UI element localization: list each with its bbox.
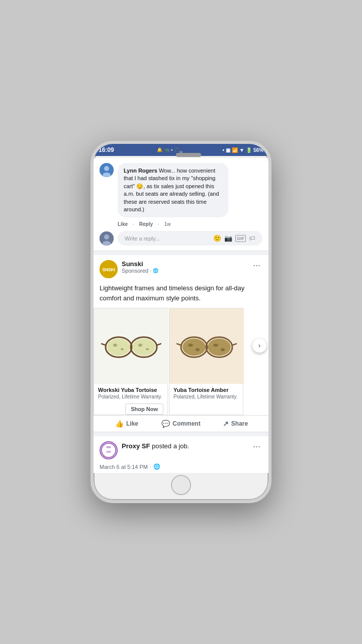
separator-dot-2: ·	[158, 221, 159, 227]
current-user-avatar	[100, 231, 114, 246]
proxy-poster-name: Proxy SF	[122, 442, 150, 450]
status-right: • ▣ 📶 ▼ 🔋 56%	[223, 147, 263, 153]
like-action[interactable]: Like	[118, 221, 128, 227]
job-post-header: PR OX Proxy SF posted a job. ···	[94, 436, 268, 462]
sticker-icon[interactable]: 🏷	[249, 234, 255, 242]
svg-point-26	[213, 344, 218, 347]
post-actions: 👍 Like 💬 Comment ↗ Share	[94, 415, 268, 432]
comment-section: Lynn Rogers Wow... how convenient that I…	[94, 158, 268, 251]
svg-point-24	[188, 344, 193, 347]
job-action-text: posted a job.	[152, 442, 189, 450]
comment-bubble: Lynn Rogers Wow... how convenient that I…	[118, 163, 228, 217]
comment-time: 1w	[164, 221, 171, 227]
like-icon: 👍	[115, 420, 124, 428]
gif-icon[interactable]: GIF	[235, 235, 246, 242]
share-label: Share	[231, 420, 248, 427]
brand-name: Sunski	[122, 260, 158, 268]
job-post: PR OX Proxy SF posted a job. ··· March 6…	[94, 436, 268, 473]
svg-text:PR: PR	[107, 446, 111, 449]
sponsored-label: Sponsored · 🌐	[122, 268, 158, 274]
sunski-avatar: SNSKІ	[100, 260, 118, 278]
product-name-1: Workski Yuba Tortoise	[98, 387, 163, 393]
svg-point-21	[208, 339, 231, 356]
product-info-2: Yuba Tortoise Amber Polarized, Lifetime …	[169, 384, 243, 403]
battery-icon: 🔋	[246, 147, 252, 153]
sunglasses-svg-2	[176, 326, 237, 366]
svg-point-25	[196, 348, 200, 351]
time-display: 16:09	[99, 146, 114, 153]
job-post-meta: Proxy SF posted a job.	[122, 441, 189, 451]
svg-point-16	[138, 344, 142, 347]
sunski-ad-post: SNSKІ Sunski Sponsored · 🌐 ··· Lightweig…	[94, 255, 268, 432]
svg-point-27	[221, 348, 225, 351]
square-icon: ▪	[171, 147, 172, 152]
reply-action[interactable]: Reply	[139, 221, 153, 227]
separator-dot: ·	[133, 221, 134, 227]
comment-row: Lynn Rogers Wow... how convenient that I…	[100, 163, 262, 217]
svg-point-17	[146, 348, 149, 350]
shop-now-button-1[interactable]: Shop Now	[125, 404, 163, 415]
svg-line-23	[232, 344, 237, 345]
more-options-button[interactable]: ···	[251, 260, 262, 271]
notification-icon: 🔔	[157, 147, 162, 152]
comment-author: Lynn Rogers	[124, 168, 157, 174]
wifi-icon: ▼	[239, 147, 244, 153]
cast-icon: ▣	[226, 147, 230, 153]
svg-point-15	[121, 348, 124, 350]
comment-text: Wow... how convenient that I had stashed…	[124, 168, 219, 212]
battery-percent: 56%	[253, 147, 263, 153]
video-icon: 📹	[164, 147, 169, 152]
product-name-2: Yuba Tortoise Amber	[173, 387, 239, 393]
svg-point-1	[104, 166, 109, 171]
comment-label: Comment	[172, 420, 200, 427]
sunglasses-svg-1	[101, 326, 161, 366]
product-carousel: Workski Yuba Tortoise Polarized, Lifetim…	[94, 308, 268, 415]
comment-actions: Like · Reply · 1w	[118, 221, 262, 227]
product-info-1: Workski Yuba Tortoise Polarized, Lifetim…	[94, 384, 167, 405]
post-header: SNSKІ Sunski Sponsored · 🌐 ···	[94, 255, 268, 281]
svg-point-14	[113, 344, 117, 347]
product-detail-1: Polarized, Lifetime Warranty.	[98, 394, 162, 399]
reply-input-box[interactable]: Write a reply... 🙂 📷 GIF 🏷	[118, 231, 262, 246]
home-button[interactable]	[171, 475, 191, 495]
proxy-post-header-text: Proxy SF posted a job.	[122, 441, 189, 451]
job-post-header-left: PR OX Proxy SF posted a job.	[100, 441, 189, 459]
speaker	[176, 153, 201, 157]
user-avatar	[100, 163, 114, 177]
globe-icon: 🌐	[153, 268, 158, 273]
svg-line-12	[101, 344, 106, 345]
music-icon: 🎵	[174, 147, 179, 152]
feed-content: Lynn Rogers Wow... how convenient that I…	[94, 158, 268, 473]
svg-text:OX: OX	[107, 450, 112, 454]
like-button[interactable]: 👍 Like	[100, 420, 154, 428]
job-more-options-button[interactable]: ···	[251, 441, 262, 452]
svg-text:SNSKІ: SNSKІ	[102, 267, 115, 272]
carousel-next-button[interactable]: ›	[252, 339, 266, 353]
phone-frame: 16:09 🔔 📹 ▪ 🎵 • ▣ 📶 ▼ 🔋 56%	[90, 141, 272, 503]
share-icon: ↗	[223, 420, 229, 428]
post-meta: Sunski Sponsored · 🌐	[122, 260, 158, 274]
svg-point-11	[132, 339, 155, 356]
emoji-icon[interactable]: 🙂	[213, 234, 221, 242]
post-timestamp: March 6 at 5:14 PM · 🌐	[94, 462, 268, 473]
comment-button[interactable]: 💬 Comment	[154, 420, 208, 428]
status-icons: 🔔 📹 ▪ 🎵	[157, 147, 179, 152]
post-header-left: SNSKІ Sunski Sponsored · 🌐	[100, 260, 158, 278]
svg-point-4	[104, 234, 109, 239]
product-image-1	[94, 308, 168, 384]
timestamp-text: March 6 at 5:14 PM	[100, 464, 148, 470]
camera-icon[interactable]: 📷	[224, 234, 232, 242]
svg-point-20	[183, 339, 206, 356]
svg-line-22	[176, 344, 181, 345]
like-label: Like	[126, 420, 138, 427]
product-image-2	[169, 308, 244, 384]
product-detail-2: Polarized, Lifetime Warranty.	[173, 394, 239, 399]
product-card-1: Workski Yuba Tortoise Polarized, Lifetim…	[94, 308, 168, 415]
comment-icon: 💬	[161, 420, 170, 428]
svg-line-13	[157, 344, 161, 345]
dot-indicator: •	[223, 147, 225, 153]
share-button[interactable]: ↗ Share	[208, 420, 262, 428]
reply-input-row: Write a reply... 🙂 📷 GIF 🏷	[100, 231, 262, 246]
svg-point-10	[107, 339, 130, 356]
post-description: Lightweight frames and timeless design f…	[94, 281, 268, 308]
